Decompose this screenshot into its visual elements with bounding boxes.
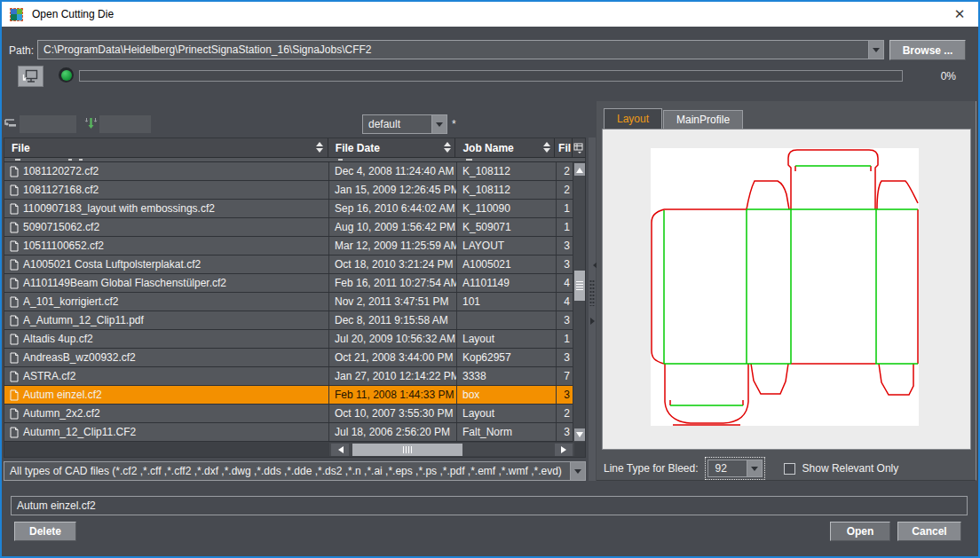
close-icon[interactable]: ✕: [952, 6, 968, 22]
preview-sheet: [651, 148, 919, 426]
table-row[interactable]: 1100907183_layout with embossings.cf2 Se…: [4, 200, 585, 218]
window-title: Open Cutting Die: [32, 8, 114, 20]
job-name: A1101149: [457, 274, 557, 292]
table-row[interactable]: A_Autumn_12_Clip11.pdf Dec 8, 2011 9:15:…: [4, 311, 585, 330]
file-date: Mar 12, 2009 11:25:59 AM: [329, 237, 457, 255]
file-date: Sep 16, 2010 6:44:02 AM: [329, 200, 457, 217]
scroll-left-icon[interactable]: [331, 444, 349, 456]
job-name: Kop62957: [457, 349, 557, 366]
tab-layout[interactable]: Layout: [604, 108, 662, 129]
path-label: Path:: [9, 44, 34, 57]
file-icon: [10, 334, 19, 345]
bleed-dropdown-arrow-icon[interactable]: [747, 460, 762, 476]
title-bar: Open Cutting Die ✕: [2, 2, 978, 27]
name-filter-icon: [4, 117, 17, 130]
column-header-file[interactable]: File: [4, 138, 328, 157]
cutting-die-drawing: [651, 148, 919, 426]
tab-mainprofile[interactable]: MainProfile: [663, 110, 743, 129]
files-count: 3: [557, 237, 574, 255]
column-chooser-button[interactable]: [573, 138, 585, 157]
table-row[interactable]: Autumn_2x2.cf2 Oct 10, 2007 3:55:30 PM L…: [4, 405, 585, 423]
open-cutting-die-dialog: Open Cutting Die ✕ Path: C:\ProgramData\…: [0, 0, 980, 558]
horizontal-scroll-thumb[interactable]: [352, 444, 462, 456]
monitor-refresh-icon: [22, 69, 40, 84]
file-icon: [10, 185, 19, 196]
browse-button[interactable]: Browse ...: [889, 40, 966, 60]
bleed-line-type-combobox[interactable]: 92: [707, 460, 763, 477]
vertical-scroll-thumb[interactable]: [574, 271, 585, 301]
file-name: 10511100652.cf2: [23, 240, 104, 252]
show-relevant-only-label: Show Relevant Only: [802, 462, 899, 475]
table-row[interactable]: 1081127168.cf2 Jan 15, 2009 12:26:45 PM …: [4, 181, 585, 200]
table-row[interactable]: ASTRA.cf2 Jan 27, 2010 12:14:22 PM 3338 …: [4, 367, 585, 386]
table-row[interactable]: Autumn_12_Clip11.CF2 Jul 18, 2006 2:56:2…: [4, 423, 585, 442]
table-row[interactable]: A_101_korrigiert.cf2 Nov 2, 2011 3:47:51…: [4, 293, 585, 311]
horizontal-scrollbar-row: [4, 442, 586, 458]
job-name: K_108112: [457, 181, 557, 199]
preset-combobox[interactable]: default: [362, 114, 447, 134]
bleed-label: Line Type for Bleed:: [604, 462, 699, 475]
table-row[interactable]: A1005021 Costa Luftpolsterplakat.cf2 Oct…: [4, 255, 585, 274]
job-name: [457, 311, 557, 329]
job-name: K_509071: [457, 218, 557, 236]
panel-splitter[interactable]: [589, 138, 596, 481]
progress-percent: 0%: [912, 70, 956, 83]
file-date: Dec 8, 2011 9:15:58 AM: [329, 311, 457, 329]
delete-button[interactable]: Delete: [14, 522, 76, 541]
files-count: 4: [557, 274, 574, 292]
file-icon: [10, 278, 19, 289]
filename-input[interactable]: Autum einzel.cf2: [11, 496, 968, 515]
table-row[interactable]: 1081120272.cf2 Dec 4, 2008 11:24:40 AM K…: [4, 162, 585, 181]
file-table-header: File File Date Job Name Fil: [4, 138, 586, 158]
table-row[interactable]: 5090715062.cf2 Aug 10, 2009 1:56:42 PM K…: [4, 218, 585, 237]
sort-arrows-icon[interactable]: [542, 142, 550, 153]
table-row[interactable]: AndreasB_wz00932.cf2 Oct 21, 2008 3:44:0…: [4, 349, 585, 367]
file-date: Feb 11, 2008 1:44:33 PM: [329, 386, 457, 404]
file-date: Jul 18, 2006 2:56:20 PM: [329, 423, 457, 441]
sort-filter-icon: [84, 117, 97, 130]
column-header-file-date[interactable]: File Date: [328, 138, 456, 157]
sort-arrows-icon[interactable]: [316, 142, 324, 153]
scroll-down-icon[interactable]: [574, 428, 585, 441]
cancel-button[interactable]: Cancel: [897, 522, 961, 541]
scroll-up-icon[interactable]: [574, 163, 585, 176]
files-count: 3: [557, 386, 574, 404]
file-date: Jul 20, 2009 10:56:32 AM: [329, 330, 457, 348]
table-row[interactable]: Autum einzel.cf2 Feb 11, 2008 1:44:33 PM…: [4, 386, 585, 405]
vertical-scrollbar[interactable]: [573, 162, 585, 442]
sort-filter-input[interactable]: [99, 115, 151, 133]
file-icon: [10, 352, 19, 364]
network-refresh-button[interactable]: [18, 66, 43, 87]
path-dropdown-arrow-icon[interactable]: [868, 41, 883, 59]
splitter-grip[interactable]: [589, 279, 595, 306]
files-count: 1: [557, 200, 574, 217]
file-type-filter-value: All types of CAD files (*.cf2 ,*.cff ,*.…: [4, 465, 570, 477]
column-header-job-name[interactable]: Job Name: [455, 138, 555, 157]
file-name: Autumn_12_Clip11.CF2: [23, 426, 136, 438]
files-count: 4: [557, 293, 574, 310]
file-icon: [10, 166, 19, 177]
table-row[interactable]: 10511100652.cf2 Mar 12, 2009 11:25:59 AM…: [4, 237, 585, 255]
files-count: 1: [557, 330, 574, 348]
files-count: 7: [557, 367, 574, 385]
column-header-files[interactable]: Fil: [555, 138, 573, 157]
file-type-filter-combobox[interactable]: All types of CAD files (*.cf2 ,*.cff ,*.…: [4, 461, 586, 481]
table-row[interactable]: A1101149Beam Global Flaschenstülper.cf2 …: [4, 274, 585, 293]
file-type-dropdown-arrow-icon[interactable]: [570, 462, 585, 480]
job-name: 101: [457, 293, 557, 310]
file-date: Jan 15, 2009 12:26:45 PM: [329, 181, 457, 199]
open-button[interactable]: Open: [830, 522, 890, 541]
file-date: Nov 2, 2011 3:47:51 PM: [329, 293, 457, 310]
sort-arrows-icon[interactable]: [443, 142, 451, 153]
file-date: Jan 27, 2010 12:14:22 PM: [329, 367, 457, 385]
table-row[interactable]: Altadis 4up.cf2 Jul 20, 2009 10:56:32 AM…: [4, 330, 585, 349]
horizontal-scrollbar[interactable]: [329, 443, 574, 456]
file-icon: [10, 296, 19, 308]
name-filter-input[interactable]: [20, 115, 76, 133]
preset-dropdown-arrow-icon[interactable]: [431, 115, 447, 133]
file-icon: [10, 389, 19, 401]
file-icon: [10, 315, 19, 326]
path-combobox[interactable]: C:\ProgramData\Heidelberg\PrinectSignaSt…: [37, 40, 884, 59]
scroll-right-icon[interactable]: [555, 444, 573, 456]
show-relevant-only-checkbox[interactable]: [784, 463, 795, 475]
